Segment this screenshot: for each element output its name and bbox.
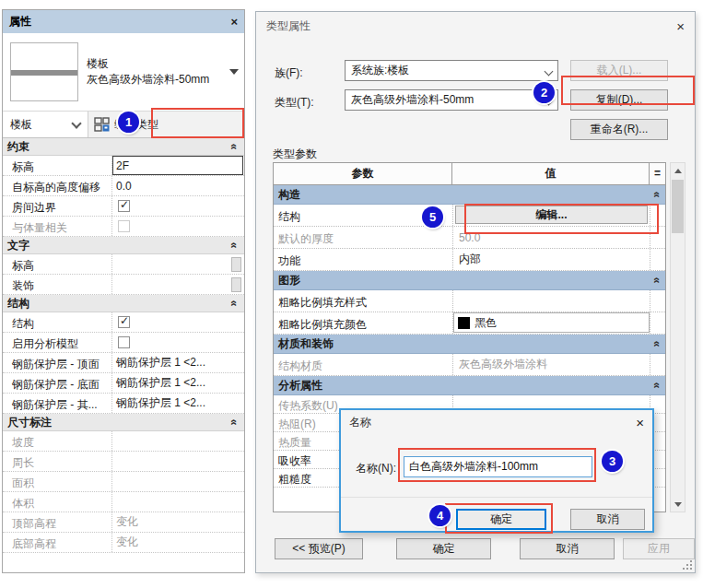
table-header: 参数 值 = [274, 163, 665, 185]
property-row: 体积 [3, 492, 244, 512]
scroll-up-icon[interactable] [671, 163, 685, 178]
preview-button[interactable]: << 预览(P) [275, 538, 363, 559]
collapse-icon[interactable] [653, 341, 662, 347]
floor-section-bar [11, 70, 77, 76]
property-row: 钢筋保护层 - 其... 钢筋保护层 1 <2... [3, 394, 244, 414]
group-header-analytical[interactable]: 分析属性 [274, 376, 665, 395]
property-row: 装饰 [3, 275, 244, 295]
callout-4: 4 [429, 505, 451, 526]
highlight-structure-edit [464, 204, 659, 234]
type-selector-value: 楼板 [10, 117, 32, 133]
highlight-duplicate [561, 76, 695, 105]
chevron-down-icon[interactable] [229, 69, 239, 75]
ok-button[interactable]: 确定 [396, 538, 491, 559]
collapse-icon[interactable] [230, 300, 240, 307]
name-cancel-button[interactable]: 取消 [570, 509, 645, 530]
apply-button: 应用 [623, 538, 695, 559]
cancel-button[interactable]: 取消 [520, 538, 615, 559]
highlight-edit-type [151, 108, 244, 138]
collapse-icon[interactable] [653, 277, 662, 284]
table-scrollbar[interactable] [670, 162, 685, 512]
group-header-materials[interactable]: 材质和装饰 [274, 335, 665, 354]
coarse-fill-pattern-value[interactable] [452, 290, 650, 312]
scrollbar-thumb[interactable] [672, 180, 684, 233]
callout-5: 5 [422, 206, 443, 228]
group-header-graphics[interactable]: 图形 [274, 271, 665, 290]
collapse-icon[interactable] [230, 419, 240, 426]
callout-3: 3 [602, 451, 623, 472]
type-properties-titlebar: 类型属性 × [256, 12, 695, 40]
property-row: 顶部高程 变化 [3, 512, 244, 533]
property-row: 结构 [3, 312, 244, 333]
property-row: 钢筋保护层 - 底面 钢筋保护层 1 <2... [3, 373, 244, 394]
highlight-name-ok [445, 503, 553, 534]
property-row: 与体量相关 [3, 217, 244, 237]
property-row: 标高 2F [3, 156, 244, 176]
value-column-header[interactable]: 值 [452, 163, 650, 184]
table-row: 粗略比例填充颜色 黑色 [274, 312, 665, 335]
property-row: 标高 [3, 254, 244, 275]
property-row: 周长 [3, 452, 244, 472]
name-field-label: 名称(N): [356, 461, 396, 476]
eq-column-header: = [650, 163, 665, 184]
section-header-structure[interactable]: 结构 [3, 295, 244, 312]
edit-type-icon [94, 117, 110, 132]
chevron-down-icon [545, 67, 554, 76]
property-row: 底部高程 变化 [3, 533, 244, 553]
rebar-cover-bottom-value[interactable]: 钢筋保护层 1 <2... [111, 373, 244, 393]
rename-button[interactable]: 重命名(R)... [570, 119, 668, 140]
rebar-cover-top-value[interactable]: 钢筋保护层 1 <2... [111, 353, 244, 372]
section-header-text[interactable]: 文字 [3, 237, 244, 254]
chevron-down-icon[interactable] [71, 118, 81, 128]
table-row: 功能 内部 [274, 249, 665, 271]
collapse-icon[interactable] [653, 382, 662, 389]
family-label: 族(F): [275, 65, 303, 81]
structural-material-value: 灰色高级外墙涂料 [452, 354, 650, 375]
mass-related-checkbox [118, 220, 130, 232]
close-icon[interactable]: × [230, 15, 238, 29]
properties-panel-title: 属性 [9, 14, 31, 29]
function-value[interactable]: 内部 [452, 249, 650, 270]
name-dialog-titlebar: 名称 × [341, 410, 652, 435]
group-header-construction[interactable]: 构造 [274, 185, 665, 205]
type-parameters-label: 类型参数 [273, 147, 317, 162]
collapse-icon[interactable] [230, 242, 240, 249]
property-row: 坡度 [3, 431, 244, 452]
structural-checkbox[interactable] [118, 316, 130, 328]
type-preview: 楼板 灰色高级外墙涂料-50mm [3, 33, 244, 111]
resize-grip[interactable] [681, 559, 692, 570]
table-row: 粗略比例填充样式 [274, 290, 665, 312]
analytical-model-checkbox[interactable] [118, 336, 130, 348]
property-row: 启用分析模型 [3, 333, 244, 353]
type-label: 类型(T): [275, 95, 314, 111]
room-bounding-checkbox[interactable] [118, 200, 130, 212]
param-column-header[interactable]: 参数 [274, 163, 452, 184]
property-row: 自标高的高度偏移 0.0 [3, 176, 244, 196]
scroll-down-icon[interactable] [671, 497, 685, 512]
section-header-constraints[interactable]: 约束 [3, 138, 244, 156]
rebar-cover-other-value[interactable]: 钢筋保护层 1 <2... [111, 394, 244, 413]
type-properties-title: 类型属性 [266, 18, 310, 34]
family-combobox[interactable]: 系统族:楼板 [345, 60, 558, 81]
offset-value-field[interactable]: 0.0 [111, 176, 244, 195]
black-color-swatch [458, 317, 470, 329]
browse-button[interactable] [231, 277, 241, 292]
type-preview-thumbnail [10, 42, 78, 101]
divider [341, 497, 652, 498]
close-icon[interactable]: × [636, 415, 644, 430]
level-value-field[interactable]: 2F [112, 156, 243, 175]
section-header-dimensions[interactable]: 尺寸标注 [3, 414, 244, 431]
property-row: 面积 [3, 472, 244, 492]
browse-button[interactable] [231, 257, 241, 272]
callout-2: 2 [533, 82, 555, 103]
collapse-icon[interactable] [230, 144, 240, 150]
properties-panel-titlebar: 属性 × [3, 10, 244, 33]
type-combobox[interactable]: 灰色高级外墙涂料-50mm [345, 89, 558, 111]
collapse-icon[interactable] [653, 192, 662, 198]
coarse-fill-color-field[interactable]: 黑色 [453, 312, 650, 333]
close-icon[interactable]: × [676, 18, 685, 34]
preview-type-label: 灰色高级外墙涂料-50mm [87, 72, 209, 88]
properties-panel: 属性 × 楼板 灰色高级外墙涂料-50mm 楼板 编辑类型 约束 [2, 9, 245, 573]
table-row: 结构材质 灰色高级外墙涂料 [274, 354, 665, 376]
callout-1: 1 [118, 112, 139, 133]
